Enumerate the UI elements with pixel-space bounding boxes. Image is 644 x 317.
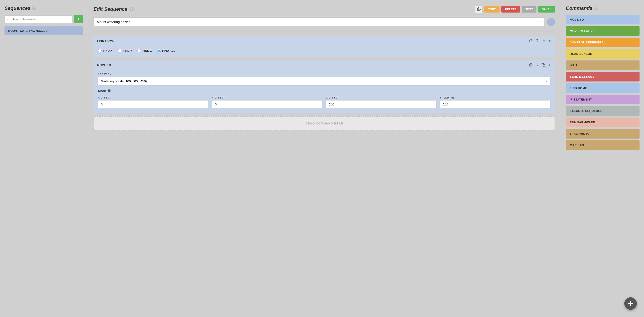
- cmd-find-home-button[interactable]: FIND HOME: [566, 83, 640, 93]
- svg-line-1: [9, 20, 10, 20]
- radio-find-all-input[interactable]: [157, 49, 161, 52]
- location-select-wrap: Watering nozzle (100, 500, -450): [98, 77, 550, 86]
- commands-title: Commands: [566, 5, 592, 11]
- cmd-take-photo-button[interactable]: TAKE PHOTO: [566, 129, 640, 139]
- x-offset-field: X-OFFSET: [98, 96, 208, 108]
- settings-button[interactable]: [475, 5, 482, 13]
- move-to-card: MOVE TO: [94, 61, 555, 113]
- svg-point-2: [478, 9, 479, 10]
- move-to-copy-button[interactable]: [542, 63, 545, 67]
- add-sequence-button[interactable]: +: [74, 15, 83, 23]
- move-to-title: MOVE TO: [97, 63, 111, 67]
- copy-icon: [542, 39, 545, 43]
- trash-icon: [535, 63, 539, 67]
- page-title: Edit Sequence: [94, 6, 128, 12]
- copy-icon: [542, 63, 545, 67]
- commands-sidebar: Commands ? MOVE TO MOVE RELATIVE CONTROL…: [561, 0, 644, 317]
- commands-list: MOVE TO MOVE RELATIVE CONTROL PERIPHERAL…: [566, 15, 640, 150]
- find-home-delete-button[interactable]: [535, 39, 539, 43]
- save-button[interactable]: SAVE *: [538, 6, 555, 13]
- cmd-execute-sequence-button[interactable]: EXECUTE SEQUENCE: [566, 106, 640, 116]
- svg-rect-5: [543, 40, 545, 42]
- svg-rect-10: [543, 65, 545, 67]
- search-row: +: [4, 15, 83, 23]
- sequence-name-input[interactable]: [94, 18, 544, 26]
- z-offset-input[interactable]: [326, 100, 436, 108]
- svg-point-0: [7, 18, 9, 20]
- help-icon: [529, 39, 533, 43]
- expand-icon: ⊞: [108, 89, 111, 93]
- test-button[interactable]: TEST: [522, 6, 536, 13]
- main-editor: Edit Sequence ? COPY DELETE TEST SAVE * …: [87, 0, 561, 317]
- find-home-actions: [529, 39, 552, 43]
- find-home-body: FIND X FIND Y FIND Z FIND ALL: [94, 45, 555, 57]
- cmd-wait-button[interactable]: WAIT: [566, 61, 640, 70]
- speed-input[interactable]: [440, 100, 550, 108]
- y-offset-field: Y-OFFSET: [212, 96, 322, 108]
- offset-grid: X-OFFSET Y-OFFSET Z-OFFSET SPEED (%): [98, 96, 550, 108]
- sidebar-help-icon[interactable]: ?: [32, 6, 36, 10]
- more-row[interactable]: More ⊞: [98, 89, 550, 93]
- move-to-body: LOCATION Watering nozzle (100, 500, -450…: [94, 69, 555, 113]
- main-header: Edit Sequence ? COPY DELETE TEST SAVE *: [94, 5, 555, 13]
- commands-header: Commands ?: [566, 5, 640, 11]
- drag-zone[interactable]: DRAG COMMAND HERE: [94, 116, 555, 131]
- cmd-send-message-button[interactable]: SEND MESSAGE: [566, 72, 640, 82]
- radio-find-x-input[interactable]: [98, 49, 102, 52]
- fab-button[interactable]: [624, 297, 637, 310]
- cmd-control-peripheral-button[interactable]: CONTROL PERIPHERAL: [566, 38, 640, 47]
- location-select[interactable]: Watering nozzle (100, 500, -450): [98, 77, 550, 86]
- y-offset-input[interactable]: [212, 100, 322, 108]
- find-home-header: FIND HOME: [94, 36, 555, 45]
- radio-find-y[interactable]: FIND Y: [118, 49, 132, 52]
- z-offset-label: Z-OFFSET: [326, 96, 436, 99]
- radio-find-z[interactable]: FIND Z: [138, 49, 152, 52]
- move-to-delete-button[interactable]: [535, 63, 539, 67]
- search-icon: [7, 18, 10, 21]
- y-offset-label: Y-OFFSET: [212, 96, 322, 99]
- sidebar-header: Sequences ?: [4, 5, 83, 11]
- speed-label: SPEED (%): [440, 96, 550, 99]
- cmd-run-farmware-button[interactable]: RUN FARMWARE: [566, 118, 640, 127]
- find-home-title: FIND HOME: [97, 39, 114, 43]
- z-offset-field: Z-OFFSET: [326, 96, 436, 108]
- x-offset-label: X-OFFSET: [98, 96, 208, 99]
- trash-icon: [535, 39, 539, 43]
- move-to-header: MOVE TO: [94, 61, 555, 69]
- main-title-row: Edit Sequence ?: [94, 6, 134, 12]
- radio-find-all[interactable]: FIND ALL: [157, 49, 175, 52]
- delete-button[interactable]: DELETE: [501, 6, 520, 13]
- radio-find-y-input[interactable]: [118, 49, 122, 52]
- cmd-move-relative-button[interactable]: MOVE RELATIVE: [566, 26, 640, 36]
- search-input-wrap: [4, 16, 72, 23]
- radio-find-x[interactable]: FIND X: [98, 49, 112, 52]
- drag-icon: [548, 63, 552, 67]
- gear-icon: [477, 7, 481, 11]
- find-home-drag-button[interactable]: [548, 39, 552, 43]
- toolbar-buttons: COPY DELETE TEST SAVE *: [475, 5, 555, 13]
- sequence-name-row: [94, 18, 555, 26]
- move-to-actions: [529, 63, 552, 67]
- radio-find-z-input[interactable]: [138, 49, 141, 52]
- find-home-card: FIND HOME: [94, 36, 555, 57]
- cmd-read-sensor-button[interactable]: READ SENSOR: [566, 49, 640, 59]
- color-swatch-button[interactable]: [547, 18, 555, 26]
- sequence-item[interactable]: MOUNT WATERING NOZZLE*: [4, 27, 83, 35]
- commands-help-icon[interactable]: ?: [594, 6, 598, 10]
- move-to-drag-button[interactable]: [548, 63, 552, 67]
- location-label: LOCATION: [98, 73, 550, 76]
- editor-help-icon[interactable]: ?: [130, 7, 134, 11]
- move-icon: [628, 301, 633, 306]
- find-home-copy-button[interactable]: [542, 39, 545, 43]
- copy-button[interactable]: COPY: [484, 6, 500, 13]
- x-offset-input[interactable]: [98, 100, 208, 108]
- find-home-radio-group: FIND X FIND Y FIND Z FIND ALL: [98, 49, 550, 52]
- cmd-mark-as-button[interactable]: MARK AS...: [566, 140, 640, 150]
- cmd-if-statement-button[interactable]: IF STATEMENT: [566, 95, 640, 104]
- search-input[interactable]: [4, 16, 72, 23]
- find-home-help-button[interactable]: [529, 39, 533, 43]
- move-to-help-button[interactable]: [529, 63, 533, 67]
- speed-field: SPEED (%): [440, 96, 550, 108]
- divider: [94, 32, 555, 32]
- cmd-move-to-button[interactable]: MOVE TO: [566, 15, 640, 25]
